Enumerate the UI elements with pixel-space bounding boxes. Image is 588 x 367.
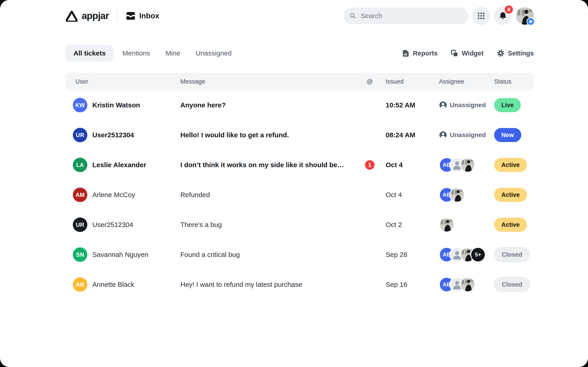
- issued-time: 10:52 AM: [380, 101, 434, 109]
- column-user: User: [65, 78, 180, 85]
- app-window: appjar Inbox: [0, 0, 588, 367]
- user-name: User2512304: [92, 131, 134, 139]
- assignee-cell: AB: [434, 187, 492, 202]
- search-bar[interactable]: [343, 8, 468, 24]
- assignee-avatar-stack: [439, 217, 454, 233]
- table-header: User Message @ Issued Assignee Status: [65, 73, 534, 90]
- status-cell: Active: [492, 218, 534, 232]
- issued-time: Oct 4: [380, 161, 434, 169]
- user-name: User2512304: [92, 221, 133, 229]
- unassigned-indicator: Unassigned: [439, 131, 486, 139]
- widget-label: Widget: [462, 50, 484, 57]
- assignee-avatar-stack: AB: [439, 187, 465, 202]
- user-avatar: SN: [73, 247, 87, 262]
- gear-icon: [497, 49, 504, 57]
- grayscale-photo: [461, 158, 474, 172]
- widget-button[interactable]: Widget: [451, 50, 484, 57]
- table-row[interactable]: UR User2512304 Hello! I would like to ge…: [65, 120, 534, 150]
- assignee-cell: AB: [434, 157, 492, 173]
- status-badge: Live: [494, 98, 521, 112]
- tabs-row: All tickets Mentions Mine Unassigned Rep…: [65, 45, 534, 62]
- status-cell: Live: [492, 98, 534, 112]
- person-circle-icon: [439, 131, 447, 139]
- column-issued: Issued: [380, 78, 434, 85]
- status-badge: Closed: [494, 277, 530, 292]
- column-mentions: @: [360, 78, 380, 85]
- widget-squares-icon: [451, 50, 458, 57]
- search-input[interactable]: [360, 12, 462, 20]
- message-text: Anyone here?: [180, 101, 360, 109]
- table-row[interactable]: SN Savannah Nguyen Found a critical bug …: [65, 240, 534, 270]
- user-avatar: AB: [73, 277, 87, 292]
- report-document-icon: [402, 50, 409, 57]
- status-cell: Active: [492, 158, 534, 172]
- tab-mentions[interactable]: Mentions: [116, 45, 157, 62]
- notification-count-badge: 8: [505, 5, 513, 14]
- table-row[interactable]: KW Kristin Watson Anyone here? 10:52 AM …: [65, 90, 534, 120]
- user-avatar: LA: [73, 158, 87, 172]
- assignee-cell: Unassigned: [434, 101, 492, 109]
- photo-avatar: [460, 157, 475, 173]
- status-badge: Active: [494, 158, 527, 172]
- message-text: Found a critical bug: [180, 251, 360, 259]
- tab-all-tickets[interactable]: All tickets: [65, 45, 114, 62]
- logo-text: appjar: [82, 10, 109, 21]
- user-avatar: UR: [73, 217, 87, 232]
- table-row[interactable]: AB Annette Black Hey! I want to refund m…: [65, 270, 534, 300]
- user-avatar: KW: [73, 98, 87, 112]
- message-text: I don’t think it works on my side like i…: [180, 161, 360, 169]
- assignee-avatar-stack: AB: [439, 277, 475, 292]
- home-icon: [528, 19, 533, 24]
- issued-time: Sep 28: [380, 251, 434, 259]
- table-row[interactable]: AM Arlene McCoy Refunded Oct 4 AB Active: [65, 180, 534, 210]
- status-cell: Closed: [492, 277, 534, 292]
- assignee-cell: AB: [434, 277, 492, 292]
- assignee-cell: Unassigned: [434, 131, 492, 139]
- status-badge: Active: [494, 188, 527, 202]
- photo-avatar: [439, 217, 454, 233]
- tab-unassigned[interactable]: Unassigned: [189, 45, 238, 62]
- apps-grid-button[interactable]: [472, 7, 490, 25]
- status-cell: New: [492, 128, 534, 142]
- photo-avatar: [450, 187, 465, 202]
- grid-dots-icon: [477, 12, 485, 20]
- user-name: Annette Black: [92, 281, 134, 288]
- photo-avatar: [460, 277, 475, 292]
- issued-time: Oct 4: [380, 191, 434, 199]
- settings-button[interactable]: Settings: [497, 49, 534, 57]
- message-text: Refunded: [180, 191, 360, 199]
- status-badge: Closed: [494, 247, 530, 262]
- tab-mine[interactable]: Mine: [159, 45, 187, 62]
- mention-badge: 1: [365, 160, 374, 170]
- table-row[interactable]: LA Leslie Alexander I don’t think it wor…: [65, 150, 534, 180]
- issued-time: 08:24 AM: [380, 131, 434, 139]
- notifications-button[interactable]: 8: [494, 7, 512, 25]
- nav-inbox[interactable]: Inbox: [126, 11, 159, 20]
- assignee-avatar-stack: AB 5+: [439, 247, 486, 262]
- reports-button[interactable]: Reports: [402, 50, 438, 57]
- assignee-cell: [434, 217, 492, 233]
- inbox-tray-icon: [126, 11, 136, 20]
- user-name: Leslie Alexander: [92, 161, 146, 169]
- mention-cell: 1: [360, 160, 380, 170]
- issued-time: Sep 16: [380, 281, 434, 288]
- grayscale-photo: [440, 218, 453, 232]
- bell-icon: [499, 12, 507, 20]
- toolbar-actions: Reports Widget Settings: [402, 49, 534, 57]
- user-name: Savannah Nguyen: [92, 251, 148, 259]
- table-row[interactable]: UR User2512304 There’s a bug Oct 2 Activ…: [65, 210, 534, 240]
- person-circle-icon: [439, 101, 447, 109]
- message-text: There’s a bug: [180, 221, 360, 229]
- message-text: Hello! I would like to get a refund.: [180, 131, 360, 139]
- user-avatar: UR: [73, 128, 87, 142]
- nav-title: Inbox: [139, 12, 159, 20]
- issued-time: Oct 2: [380, 221, 434, 229]
- unassigned-label: Unassigned: [450, 131, 486, 139]
- status-badge: Active: [494, 218, 527, 232]
- user-name: Kristin Watson: [92, 101, 140, 109]
- user-avatar: AM: [73, 188, 87, 202]
- message-text: Hey! I want to refund my latest purchase: [180, 281, 360, 288]
- profile-avatar-button[interactable]: [516, 7, 534, 25]
- column-message: Message: [180, 78, 360, 85]
- top-bar: appjar Inbox: [0, 0, 588, 29]
